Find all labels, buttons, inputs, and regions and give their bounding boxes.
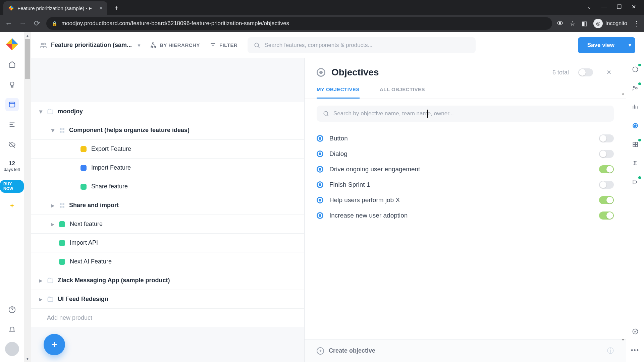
component-icon xyxy=(59,202,65,208)
more-icon[interactable]: ••• xyxy=(630,345,640,355)
objectives-search-input[interactable] xyxy=(333,110,608,117)
formula-icon[interactable]: Σ xyxy=(630,158,640,168)
objective-toggle[interactable] xyxy=(599,181,614,189)
bookmark-icon[interactable]: ☆ xyxy=(570,19,576,27)
notifications-icon[interactable] xyxy=(5,322,19,336)
objectives-rail-icon[interactable] xyxy=(630,121,640,131)
forward-icon: → xyxy=(18,19,28,28)
add-fab[interactable]: + xyxy=(44,334,65,355)
tree-label: Next feature xyxy=(70,221,103,228)
objectives-search[interactable] xyxy=(317,106,614,122)
component-icon xyxy=(59,127,65,133)
browser-tab[interactable]: Feature prioritization (sample) - F × xyxy=(3,1,107,15)
people-icon xyxy=(40,42,47,49)
rail-scrollbar[interactable]: ▲ ▼ xyxy=(24,32,31,362)
address-bar[interactable]: 🔒 moodjoy.productboard.com/feature-board… xyxy=(46,17,552,30)
svg-point-9 xyxy=(41,43,43,45)
tab-my-objectives[interactable]: MY OBJECTIVES xyxy=(317,86,360,99)
health-icon[interactable] xyxy=(630,64,640,74)
folder-icon xyxy=(47,277,54,284)
svg-rect-17 xyxy=(63,128,64,130)
tasks-icon[interactable] xyxy=(630,326,640,337)
svg-rect-24 xyxy=(48,279,53,283)
objective-label: Finish Sprint 1 xyxy=(329,181,593,188)
svg-rect-19 xyxy=(63,131,64,132)
drivers-icon[interactable] xyxy=(630,139,640,149)
panel-scrollbar[interactable]: ▲ ▼ xyxy=(620,90,626,343)
tree-row[interactable]: Import Feature xyxy=(31,158,304,177)
close-window-icon[interactable]: ✕ xyxy=(632,4,636,10)
objective-toggle[interactable] xyxy=(599,134,614,142)
tree-row[interactable]: ▸Zlack Messaging App (sample product) xyxy=(31,271,304,290)
tab-all-objectives[interactable]: ALL OBJECTIVES xyxy=(380,86,425,99)
incognito-badge[interactable]: ◎ Incognito xyxy=(593,19,627,28)
objective-toggle[interactable] xyxy=(599,196,614,204)
avatar[interactable] xyxy=(5,342,19,356)
tree-row[interactable]: ▾Component (helps organize feature ideas… xyxy=(31,121,304,139)
feature-color-icon xyxy=(80,165,87,171)
trial-counter: 12 days left xyxy=(4,160,20,172)
productboard-logo[interactable] xyxy=(5,38,19,51)
objective-toggle[interactable] xyxy=(599,212,614,220)
reload-icon[interactable]: ⟳ xyxy=(32,19,42,28)
tree-row[interactable]: ▸Next feature xyxy=(31,215,304,233)
info-icon[interactable]: ⓘ xyxy=(607,346,614,355)
kebab-menu-icon[interactable]: ⋮ xyxy=(633,19,640,27)
minimize-icon[interactable]: ― xyxy=(601,4,607,10)
back-icon[interactable]: ← xyxy=(4,19,13,28)
help-icon[interactable] xyxy=(5,303,19,316)
objective-toggle[interactable] xyxy=(599,165,614,173)
search-input[interactable] xyxy=(264,42,470,49)
plus-circle-icon: + xyxy=(317,347,324,355)
tree-label: Import API xyxy=(70,239,98,246)
lock-icon: 🔒 xyxy=(52,21,57,26)
features-icon[interactable] xyxy=(5,98,19,111)
tree-label: UI Feed Redesign xyxy=(58,296,108,303)
close-panel-button[interactable]: ✕ xyxy=(604,67,614,77)
search-box[interactable] xyxy=(248,37,476,53)
maximize-icon[interactable]: ❐ xyxy=(617,4,622,10)
svg-rect-12 xyxy=(151,46,153,48)
new-tab-button[interactable]: + xyxy=(111,3,121,13)
board-name-dropdown[interactable]: Feature prioritization (sam... ▾ xyxy=(40,42,140,49)
side-panel-icon[interactable]: ◧ xyxy=(582,20,587,27)
objective-toggle[interactable] xyxy=(599,150,614,158)
insights-icon[interactable] xyxy=(5,78,19,91)
tree-row[interactable]: Add new product xyxy=(31,308,304,327)
svg-rect-15 xyxy=(48,110,53,114)
tree-row[interactable]: ▸Share and import xyxy=(31,196,304,215)
tree-row[interactable]: Export Feature xyxy=(31,139,304,158)
tree-label: moodjoy xyxy=(58,108,83,115)
text-cursor xyxy=(427,110,428,118)
buy-now-button[interactable]: BUY NOW xyxy=(0,180,24,193)
svg-rect-34 xyxy=(633,145,635,147)
collaborators-icon[interactable] xyxy=(630,83,640,93)
right-rail: Σ ••• xyxy=(626,58,644,362)
url-text: moodjoy.productboard.com/feature-board/6… xyxy=(61,20,289,27)
tree-label: Component (helps organize feature ideas) xyxy=(69,127,190,134)
sparkle-icon[interactable] xyxy=(5,199,19,213)
tree-row[interactable]: ▸UI Feed Redesign xyxy=(31,290,304,308)
create-objective-button[interactable]: + Create objective ⓘ xyxy=(305,339,626,362)
tab-search-icon[interactable]: ⌄ xyxy=(587,4,591,10)
release-icon[interactable] xyxy=(630,177,640,187)
objective-bullet-icon xyxy=(317,150,323,157)
roadmap-icon[interactable] xyxy=(5,118,19,131)
by-hierarchy-button[interactable]: BY HIERARCHY xyxy=(150,42,200,48)
svg-rect-13 xyxy=(154,46,156,48)
portal-icon[interactable] xyxy=(5,138,19,152)
tree-row[interactable]: Next AI Feature xyxy=(31,252,304,271)
tree-row[interactable]: ▾moodjoy xyxy=(31,102,304,121)
tree-row[interactable]: Import API xyxy=(31,233,304,252)
close-icon[interactable]: × xyxy=(99,5,103,12)
segments-icon[interactable] xyxy=(630,102,640,112)
filter-button[interactable]: FILTER xyxy=(210,42,237,48)
save-view-button[interactable]: Save view xyxy=(578,37,624,53)
show-all-toggle[interactable] xyxy=(578,68,593,76)
home-icon[interactable] xyxy=(5,58,19,71)
incognito-eye-icon[interactable]: 👁 xyxy=(557,20,564,27)
tree-row[interactable]: Share feature xyxy=(31,177,304,196)
feature-color-icon xyxy=(80,184,87,190)
objective-label: Dialog xyxy=(329,150,593,158)
save-view-dropdown[interactable]: ▾ xyxy=(624,37,635,53)
